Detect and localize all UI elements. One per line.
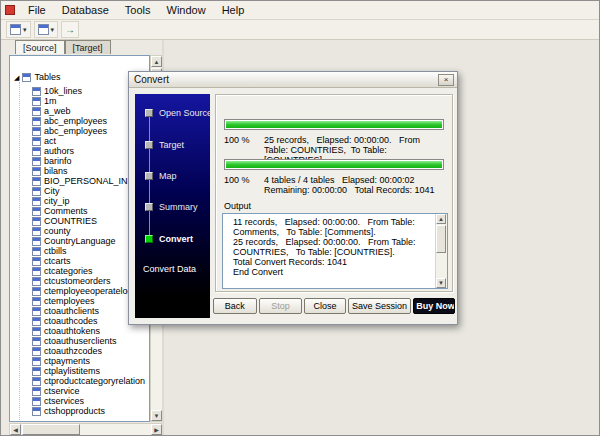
- table-progress-bar: [224, 119, 444, 130]
- target-connection-button[interactable]: ▾: [34, 21, 59, 38]
- steps-caption: Convert Data: [143, 264, 196, 274]
- table-icon: [32, 357, 41, 366]
- menu-item[interactable]: File: [20, 2, 54, 18]
- scroll-thumb[interactable]: [436, 225, 446, 253]
- step-convert: Convert: [145, 234, 193, 244]
- tree-item-label: ctcategories: [44, 266, 93, 276]
- tree-item-label: ctemployees: [44, 296, 95, 306]
- tree-item-label: ctoauthclients: [44, 306, 99, 316]
- tree-item[interactable]: ctservice: [32, 386, 148, 396]
- tree-item-label: ctpayments: [44, 356, 90, 366]
- table-icon: [32, 147, 41, 156]
- table-icon: [32, 117, 41, 126]
- table-icon: [32, 397, 41, 406]
- wizard-steps-panel: Open Source Target Map Summary Convert C…: [135, 94, 210, 318]
- total-progress-info: 4 tables / 4 tables Elapsed: 00:00:02 Re…: [264, 175, 442, 195]
- back-button[interactable]: Back: [213, 298, 257, 314]
- menu-item[interactable]: Database: [54, 2, 117, 18]
- table-icon: [32, 337, 41, 346]
- scroll-thumb[interactable]: [22, 424, 80, 435]
- tab-source[interactable]: [Source]: [15, 40, 65, 54]
- dialog-title-bar[interactable]: Convert: [129, 72, 457, 88]
- table-icon: [32, 97, 41, 106]
- table-icon: [32, 277, 41, 286]
- table-icon: [32, 197, 41, 206]
- tables-folder-icon: [22, 73, 31, 82]
- menu-bar: FileDatabaseToolsWindowHelp: [1, 1, 599, 20]
- panel-tabs: [Source] [Target]: [15, 40, 111, 54]
- tree-expander-icon[interactable]: ◢: [14, 74, 19, 81]
- dialog-button-row: Back Stop Close Save Session Buy Now: [213, 298, 455, 314]
- tree-item-label: City: [44, 186, 60, 196]
- tree-item[interactable]: ctproductcategoryrelation: [32, 376, 148, 386]
- tree-item[interactable]: ctoauthzcodes: [32, 346, 148, 356]
- tree-item-label: county: [44, 226, 71, 236]
- output-line: Total Convert Records: 1041: [233, 257, 433, 267]
- tree-item[interactable]: ctoauthuserclients: [32, 336, 148, 346]
- tree-item-label: 10k_lines: [44, 86, 82, 96]
- step-label: Map: [159, 171, 177, 181]
- table-icon: [32, 297, 41, 306]
- scroll-up-arrow[interactable]: ▲: [436, 214, 446, 224]
- total-progress-percent: 100 %: [224, 175, 264, 195]
- stop-button[interactable]: Stop: [259, 298, 303, 314]
- tree-item[interactable]: ctplaylistitems: [32, 366, 148, 376]
- tree-root-tables[interactable]: ◢ Tables: [14, 72, 60, 82]
- step-label: Convert: [159, 234, 193, 244]
- scroll-right-arrow[interactable]: ▶: [151, 424, 162, 435]
- source-connection-button[interactable]: ▾: [6, 21, 31, 38]
- tree-horizontal-scrollbar[interactable]: ◀ ▶: [9, 423, 163, 436]
- table-icon: [32, 377, 41, 386]
- table-icon: [32, 407, 41, 416]
- step-bullet: [145, 141, 153, 149]
- step-label: Target: [159, 140, 184, 150]
- table-icon: [32, 257, 41, 266]
- table-icon: [32, 187, 41, 196]
- scroll-down-arrow[interactable]: ▼: [151, 410, 162, 421]
- step-target: Target: [145, 140, 184, 150]
- table-icon: [32, 317, 41, 326]
- table-icon: [32, 287, 41, 296]
- table-icon: [32, 157, 41, 166]
- menu-item[interactable]: Tools: [117, 2, 159, 18]
- chevron-down-icon: ▾: [23, 26, 27, 33]
- tab-target[interactable]: [Target]: [65, 40, 111, 54]
- convert-output-log[interactable]: 11 records, Elapsed: 00:00:00. From Tabl…: [222, 213, 448, 289]
- close-button[interactable]: Close: [304, 298, 346, 314]
- scroll-up-arrow[interactable]: ▲: [151, 56, 162, 67]
- tree-item-label: ctplaylistitems: [44, 366, 100, 376]
- tree-item-label: city_ip: [44, 196, 70, 206]
- output-scrollbar[interactable]: ▲ ▼: [435, 214, 447, 288]
- table-icon: [32, 267, 41, 276]
- tree-item-label: ctcustomeorders: [44, 276, 111, 286]
- menu-item[interactable]: Help: [214, 2, 253, 18]
- convert-button[interactable]: →: [61, 21, 79, 38]
- buy-now-button[interactable]: Buy Now: [413, 298, 455, 314]
- tree-item[interactable]: ctpayments: [32, 356, 148, 366]
- save-session-button[interactable]: Save Session: [348, 298, 411, 314]
- tree-item[interactable]: ctoauthtokens: [32, 326, 148, 336]
- tree-item-label: ctoauthuserclients: [44, 336, 117, 346]
- tree-guide-line: [19, 82, 20, 422]
- tree-item-label: Comments: [44, 206, 88, 216]
- tree-item-label: COUNTRIES: [44, 216, 97, 226]
- tree-item-label: ctcarts: [44, 256, 71, 266]
- table-icon: [32, 167, 41, 176]
- toolbar: ▾ ▾ →: [1, 20, 599, 40]
- step-summary: Summary: [145, 202, 198, 212]
- tree-item[interactable]: ctservices: [32, 396, 148, 406]
- close-icon[interactable]: ×: [438, 74, 454, 86]
- tree-item[interactable]: ctshopproducts: [32, 406, 148, 416]
- table-icon: [32, 217, 41, 226]
- step-map: Map: [145, 171, 177, 181]
- table-icon: [32, 387, 41, 396]
- step-label: Summary: [159, 202, 198, 212]
- table-icon: [32, 347, 41, 356]
- scroll-down-arrow[interactable]: ▼: [436, 278, 446, 288]
- menu-item[interactable]: Window: [159, 2, 214, 18]
- step-bullet: [145, 203, 153, 211]
- table-icon: [32, 247, 41, 256]
- step-bullet: [145, 172, 153, 180]
- output-line: 25 records, Elapsed: 00:00:00. From Tabl…: [233, 237, 433, 257]
- scroll-left-arrow[interactable]: ◀: [10, 424, 21, 435]
